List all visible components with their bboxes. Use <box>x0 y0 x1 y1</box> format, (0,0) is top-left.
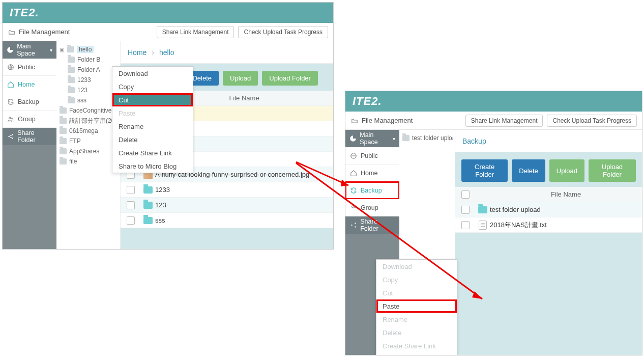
folder-open-icon <box>8 28 16 36</box>
tree-item[interactable]: sss <box>58 95 118 105</box>
file-name: test folder upload <box>490 206 642 213</box>
globe-icon <box>7 63 15 71</box>
ctx-share-micro: Share to Micro Blog <box>376 352 457 355</box>
tree-item[interactable]: 1233 <box>58 75 118 85</box>
nav-public[interactable]: Public <box>3 59 56 76</box>
col-filename[interactable]: File Name <box>490 190 642 198</box>
side-nav: Main Space ▾ Public Home Backup Gr <box>3 41 56 249</box>
window-home: ITE2. File Management Share Link Managem… <box>2 2 334 250</box>
ctx-create-share[interactable]: Create Share Link <box>112 146 193 159</box>
pie-icon <box>7 46 14 54</box>
table-header-row: File Name <box>455 187 642 202</box>
nav-main-space[interactable]: Main Space ▾ <box>345 130 399 147</box>
tree-root[interactable]: test folder upload <box>401 133 453 143</box>
svg-point-8 <box>355 206 356 207</box>
table-row[interactable]: test folder upload <box>455 202 642 217</box>
row-checkbox[interactable] <box>461 221 470 229</box>
select-all-checkbox[interactable] <box>461 190 470 199</box>
ctx-paste: Paste <box>112 106 193 120</box>
tree-item[interactable]: 0615mega <box>58 126 118 136</box>
row-checkbox[interactable] <box>127 201 135 209</box>
titlebar: ITE2. <box>3 3 333 23</box>
ctx-share-micro[interactable]: Share to Micro Blog <box>112 159 193 173</box>
nav-backup-label: Backup <box>361 187 382 194</box>
nav-main-space-label: Main Space <box>360 131 390 146</box>
folder-icon <box>143 186 153 194</box>
folder-icon <box>68 57 75 63</box>
check-upload-progress-button[interactable]: Check Upload Task Progress <box>547 115 637 127</box>
upload-folder-button[interactable]: Upload Folder <box>589 159 636 182</box>
tree-root-hello[interactable]: ▣ hello <box>58 44 118 54</box>
crumb-current[interactable]: hello <box>159 48 174 57</box>
folder-icon <box>68 87 75 93</box>
nav-backup[interactable]: Backup <box>345 182 399 199</box>
table-row[interactable]: sss <box>121 213 333 228</box>
create-folder-button[interactable]: Create Folder <box>461 159 508 182</box>
ctx-delete[interactable]: Delete <box>112 133 193 146</box>
chevron-down-icon: ▾ <box>393 136 395 142</box>
svg-point-1 <box>9 117 11 119</box>
tree-item[interactable]: FTP <box>58 136 118 146</box>
nav-main-space[interactable]: Main Space ▾ <box>3 41 56 59</box>
window-backup: ITE2. File Management Share Link Managem… <box>345 91 642 355</box>
ctx-rename[interactable]: Rename <box>112 120 193 133</box>
check-upload-progress-button[interactable]: Check Upload Task Progress <box>238 26 328 38</box>
folder-icon <box>60 128 67 134</box>
tree-item[interactable]: Folder B <box>58 54 118 65</box>
share-link-mgmt-button[interactable]: Share Link Management <box>465 115 543 127</box>
folder-icon <box>60 148 67 154</box>
ctx-download[interactable]: Download <box>112 67 193 80</box>
main-panel: Backup Create Folder Delete Upload Uploa… <box>455 130 642 355</box>
tree-item[interactable]: 設計部分享用(20180807) <box>58 116 118 126</box>
folder-icon <box>68 97 75 103</box>
nav-backup[interactable]: Backup <box>3 93 56 111</box>
upload-folder-button[interactable]: Upload Folder <box>262 71 318 86</box>
crumb-backup[interactable]: Backup <box>462 137 486 145</box>
nav-share-folder[interactable]: Share Folder <box>3 128 56 145</box>
row-checkbox[interactable] <box>461 206 470 214</box>
nav-group[interactable]: Group <box>3 111 56 128</box>
ctx-copy[interactable]: Copy <box>112 80 193 93</box>
group-icon <box>349 204 358 212</box>
logo: ITE2. <box>10 6 39 19</box>
row-checkbox[interactable] <box>127 216 135 225</box>
upload-button[interactable]: Upload <box>223 71 258 86</box>
backup-icon <box>7 98 15 106</box>
table-row[interactable]: 2018年NAS計畫.txt <box>455 217 642 233</box>
home-icon <box>7 80 15 89</box>
top-toolbar: File Management Share Link Management Ch… <box>3 23 333 41</box>
folder-icon <box>67 46 74 52</box>
tree-item[interactable]: Folder A <box>58 65 118 75</box>
folder-icon <box>478 206 487 213</box>
row-checkbox[interactable] <box>127 186 135 194</box>
nav-public[interactable]: Public <box>345 147 399 165</box>
folder-icon <box>60 107 67 114</box>
table-row[interactable]: 1233 <box>121 182 333 198</box>
ctx-cut[interactable]: Cut <box>112 93 193 106</box>
tree-item[interactable]: 123 <box>58 85 118 95</box>
svg-point-9 <box>351 225 352 226</box>
ctx-create-share: Create Share Link <box>376 339 457 352</box>
context-menu: Download Copy Cut Paste Rename Delete Cr… <box>112 66 193 173</box>
svg-point-10 <box>355 223 356 224</box>
svg-point-4 <box>12 134 13 135</box>
nav-backup-label: Backup <box>18 98 39 105</box>
tree-item[interactable]: file <box>58 156 118 167</box>
main-panel: Home › hello Create Folder Delete Upload… <box>121 41 333 249</box>
nav-home[interactable]: Home <box>3 76 56 93</box>
expander-icon[interactable]: ▣ <box>60 47 65 52</box>
tree-item[interactable]: AppShares <box>58 146 118 156</box>
tree-item[interactable]: FaceCongnitive <box>58 105 118 116</box>
crumb-home[interactable]: Home <box>128 48 147 57</box>
share-link-mgmt-button[interactable]: Share Link Management <box>157 26 235 38</box>
svg-point-7 <box>352 205 354 207</box>
ctx-paste[interactable]: Paste <box>376 299 457 313</box>
upload-button[interactable]: Upload <box>549 159 584 182</box>
delete-button[interactable]: Delete <box>512 159 545 182</box>
nav-share-folder[interactable]: Share Folder <box>345 216 399 234</box>
table-row[interactable]: 123 <box>121 198 333 213</box>
context-menu: Download Copy Cut Paste Rename Delete Cr… <box>376 259 457 355</box>
nav-group[interactable]: Group <box>345 199 399 216</box>
svg-point-11 <box>355 226 356 227</box>
nav-home[interactable]: Home <box>345 165 399 182</box>
